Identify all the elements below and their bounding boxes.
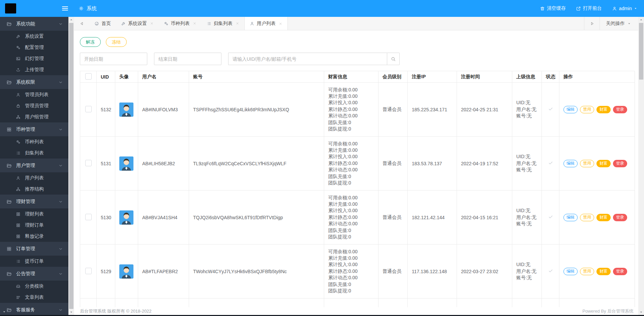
- row-checkbox[interactable]: [85, 268, 92, 274]
- disable-button[interactable]: 禁用: [580, 160, 594, 167]
- sidebar-item-parent[interactable]: 币种管理: [0, 122, 68, 136]
- sidebar-item-child[interactable]: 提币订单: [0, 256, 68, 267]
- open-frontend-button[interactable]: 打开前台: [576, 5, 602, 11]
- sidebar-item-label: 幻灯管理: [25, 56, 44, 62]
- tab-home[interactable]: 首页: [89, 17, 116, 30]
- sidebar-scroll-thumb[interactable]: [69, 23, 73, 309]
- sidebar-scrollbar[interactable]: [68, 17, 74, 315]
- user-icon: [612, 6, 617, 11]
- row-checkbox[interactable]: [85, 160, 92, 166]
- hamburger-icon[interactable]: [61, 4, 69, 12]
- uid-cell: [97, 298, 115, 308]
- sidebar-item-child[interactable]: 幻灯管理: [0, 53, 68, 64]
- tab-user-list[interactable]: 用户列表: [244, 17, 288, 30]
- search-button[interactable]: [387, 53, 400, 65]
- close-operations-dropdown[interactable]: 关闭操作: [600, 17, 638, 30]
- scroll-down-icon[interactable]: [638, 309, 644, 315]
- column-header: 上级信息: [512, 71, 542, 83]
- level-cell: 普通会员: [378, 137, 408, 191]
- account-cell: TWohcW4CYyJ7LYsHk6vBSxQJFBfb5ty8Nc: [189, 245, 324, 298]
- sidebar-item-child[interactable]: 文章列表: [0, 292, 68, 303]
- wealth-button[interactable]: 财富: [596, 214, 611, 221]
- disable-button[interactable]: 禁用: [580, 214, 594, 221]
- row-checkbox[interactable]: [85, 214, 92, 220]
- login-button[interactable]: 登录: [613, 214, 627, 221]
- wealth-button[interactable]: 财富: [596, 106, 611, 113]
- wealth-button[interactable]: 财富: [596, 160, 611, 167]
- edit-button[interactable]: 编辑: [563, 214, 578, 221]
- end-date-input[interactable]: [154, 53, 221, 65]
- tab-label: 归集列表: [214, 21, 233, 27]
- wealth-line: 累计投入:0.00: [328, 207, 374, 214]
- status-cell: [542, 298, 559, 308]
- login-button[interactable]: 登录: [613, 106, 627, 113]
- scroll-up-icon[interactable]: [638, 17, 644, 23]
- sidebar-item-parent[interactable]: 订单管理: [0, 242, 68, 256]
- main-scrollbar[interactable]: [638, 17, 644, 315]
- tab-scroll-left-button[interactable]: [74, 17, 89, 30]
- sidebar-item-child[interactable]: 理财列表: [0, 208, 68, 220]
- sidebar-item-parent[interactable]: 公告管理: [0, 267, 68, 281]
- sidebar-item-child[interactable]: 管理员管理: [0, 100, 68, 111]
- sidebar-item-child[interactable]: 理财订单: [0, 220, 68, 231]
- disable-button[interactable]: 禁用: [580, 268, 594, 275]
- username-cell: AB#BVJA41SH4: [138, 191, 189, 245]
- sidebar-item-parent[interactable]: 系统功能: [0, 17, 68, 31]
- search-input[interactable]: [228, 53, 387, 65]
- inbox-icon: [16, 284, 21, 289]
- parent-info-line: UID:无: [516, 153, 538, 160]
- start-date-input[interactable]: [80, 53, 147, 65]
- sidebar-item-child[interactable]: 系统设置: [0, 31, 68, 42]
- scroll-up-icon[interactable]: [68, 17, 74, 23]
- sidebar-item-child[interactable]: 管理员列表: [0, 89, 68, 100]
- main-scroll-thumb[interactable]: [639, 23, 643, 80]
- avatar-cell: [115, 137, 138, 191]
- unfreeze-button[interactable]: 解冻: [80, 37, 101, 47]
- folder-icon: [6, 307, 12, 313]
- login-button[interactable]: 登录: [613, 160, 627, 167]
- wealth-line: 累计投入:0.00: [328, 153, 374, 160]
- sidebar-item-child[interactable]: 分类模块: [0, 281, 68, 292]
- sidebar-item-child[interactable]: 归集列表: [0, 147, 68, 159]
- select-all-checkbox[interactable]: [85, 73, 92, 80]
- sidebar-item-label: 文章列表: [25, 294, 44, 300]
- parent-info-line: UID:无: [516, 99, 538, 106]
- clear-cache-button[interactable]: 清空缓存: [540, 5, 566, 11]
- row-select-cell: [80, 245, 97, 298]
- close-operations-label: 关闭操作: [606, 21, 625, 27]
- tab-coin-list[interactable]: 币种列表: [159, 17, 202, 30]
- tab-close-icon[interactable]: [150, 22, 154, 25]
- tab-system-settings[interactable]: 系统设置: [116, 17, 159, 30]
- sidebar-item-child[interactable]: 上传管理: [0, 64, 68, 75]
- avatar-cell: [115, 191, 138, 245]
- top-header: 系统 清空缓存 打开前台 admin: [0, 0, 644, 17]
- login-button[interactable]: 登录: [613, 268, 627, 275]
- freeze-button[interactable]: 冻结: [106, 37, 127, 47]
- sidebar-item-child[interactable]: 推荐结构: [0, 183, 68, 195]
- disable-button[interactable]: 禁用: [580, 106, 594, 113]
- row-checkbox[interactable]: [85, 106, 92, 112]
- sidebar-item-child[interactable]: 释放记录: [0, 231, 68, 242]
- edit-button[interactable]: 编辑: [563, 268, 578, 275]
- tab-close-icon[interactable]: [279, 22, 282, 26]
- wealth-button[interactable]: 财富: [596, 268, 611, 275]
- tab-label: 币种列表: [171, 21, 190, 27]
- tab-close-icon[interactable]: [236, 22, 239, 25]
- scroll-down-icon[interactable]: [68, 309, 74, 315]
- sidebar-item-parent[interactable]: 理财管理: [0, 195, 68, 208]
- sidebar-item-child[interactable]: 币种列表: [0, 136, 68, 147]
- edit-button[interactable]: 编辑: [563, 160, 578, 167]
- sidebar-item-child[interactable]: 用户组管理: [0, 111, 68, 122]
- upload-icon: [16, 67, 21, 72]
- sidebar-item-child[interactable]: 配置管理: [0, 42, 68, 53]
- sidebar-item-parent[interactable]: 用户管理: [0, 159, 68, 172]
- edit-button[interactable]: 编辑: [563, 106, 578, 113]
- sidebar-item-parent[interactable]: 客服服务: [0, 303, 68, 316]
- wealth-line: 累计静态:0.00: [328, 268, 374, 275]
- tab-collection-list[interactable]: 归集列表: [202, 17, 244, 30]
- tab-scroll-right-button[interactable]: [584, 21, 600, 26]
- sidebar-item-child[interactable]: 用户列表: [0, 172, 68, 183]
- sidebar-item-parent[interactable]: 系统权限: [0, 75, 68, 89]
- tab-close-icon[interactable]: [193, 22, 196, 25]
- admin-menu[interactable]: admin: [612, 6, 637, 11]
